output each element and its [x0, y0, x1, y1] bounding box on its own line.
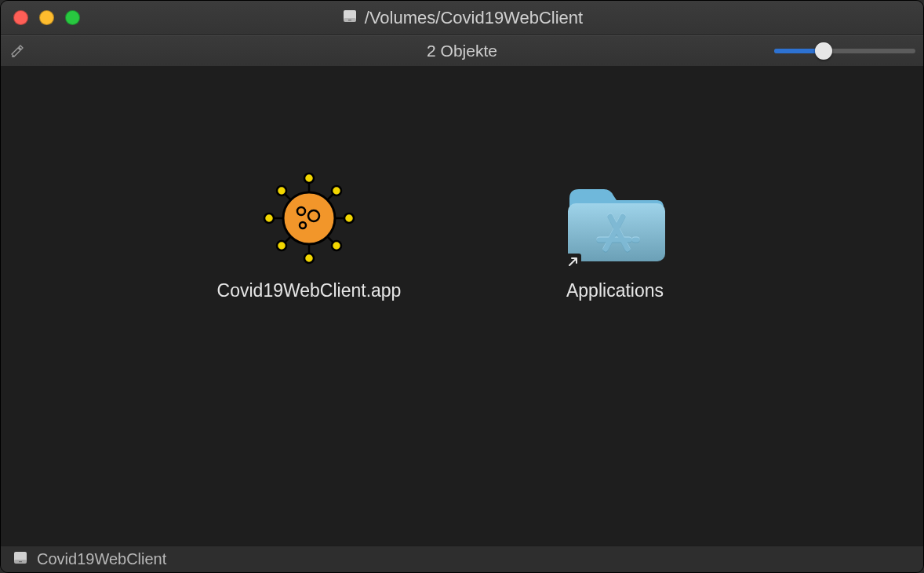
path-segment-label[interactable]: Covid19WebClient — [37, 550, 166, 568]
titlebar: /Volumes/Covid19WebClient — [1, 1, 923, 35]
titlebar-center: /Volumes/Covid19WebClient — [1, 8, 923, 28]
item-count-label: 2 Objekte — [427, 42, 497, 60]
window-controls — [13, 10, 80, 25]
toolbar: 2 Objekte — [1, 35, 923, 67]
svg-rect-2 — [348, 20, 351, 20]
volume-icon — [12, 549, 29, 570]
slider-thumb[interactable] — [815, 42, 832, 60]
finder-window: /Volumes/Covid19WebClient 2 Objekte — [0, 0, 924, 573]
virus-app-icon — [256, 169, 362, 268]
file-item-label: Applications — [566, 280, 664, 301]
alias-arrow-icon — [566, 254, 581, 269]
icon-size-slider[interactable] — [774, 49, 915, 53]
svg-point-18 — [277, 241, 286, 250]
applications-folder-icon — [562, 169, 668, 268]
svg-point-13 — [304, 254, 314, 263]
svg-point-17 — [332, 186, 341, 195]
svg-point-12 — [304, 173, 314, 183]
path-bar[interactable]: Covid19WebClient — [1, 546, 923, 572]
svg-rect-37 — [19, 561, 22, 562]
svg-rect-0 — [344, 10, 356, 20]
customize-toolbar-icon[interactable] — [9, 42, 26, 60]
file-item-applications-folder[interactable]: Applications — [513, 169, 717, 301]
window-title: /Volumes/Covid19WebClient — [365, 8, 583, 28]
svg-point-16 — [277, 186, 286, 195]
volume-proxy-icon — [341, 8, 358, 28]
maximize-button[interactable] — [65, 10, 80, 25]
close-button[interactable] — [13, 10, 28, 25]
svg-rect-1 — [344, 18, 356, 22]
file-item-app[interactable]: Covid19WebClient.app — [207, 169, 411, 301]
svg-point-15 — [344, 214, 354, 223]
svg-point-19 — [332, 241, 341, 250]
svg-point-14 — [264, 214, 274, 223]
slider-track — [774, 49, 915, 53]
file-item-label: Covid19WebClient.app — [217, 280, 402, 301]
minimize-button[interactable] — [39, 10, 54, 25]
icon-view[interactable]: Covid19WebClient.app — [1, 67, 923, 546]
